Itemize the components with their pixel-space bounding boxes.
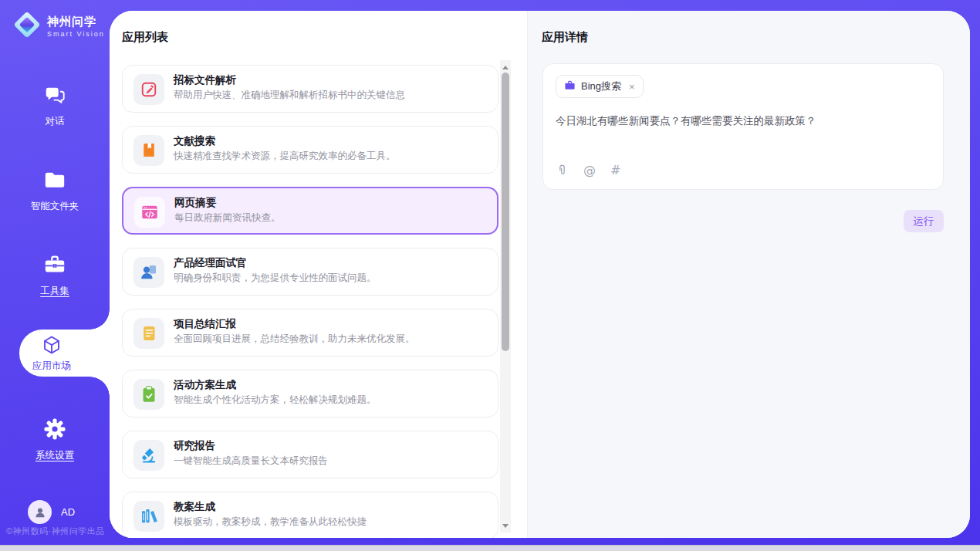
app-icon-box [133, 318, 164, 349]
app-card[interactable]: 网页摘要 每日政府新闻资讯快查。 [122, 187, 498, 235]
avatar[interactable] [28, 500, 52, 524]
app-card[interactable]: 文献搜索 快速精准查找学术资源，提高研究效率的必备工具。 [122, 126, 498, 174]
app-desc: 每日政府新闻资讯快查。 [174, 211, 488, 225]
app-icon-box [133, 440, 164, 471]
avatar-icon [33, 505, 47, 519]
briefcase-icon [564, 79, 576, 94]
app-name: 活动方案生成 [174, 377, 488, 393]
sidebar-item-label: 智能文件夹 [31, 200, 79, 213]
app-desc: 全面回顾项目进展，总结经验教训，助力未来优化发展。 [174, 332, 488, 346]
scroll-up-arrow-icon[interactable] [500, 62, 511, 73]
scrollbar-thumb[interactable] [502, 73, 509, 351]
microscope-icon [140, 446, 158, 465]
brand-logo: 神州问学 Smart Vision [12, 10, 105, 42]
interviewer-icon [140, 263, 158, 282]
prompt-toolbar: @ # [556, 163, 620, 177]
app-card[interactable]: 教案生成 模板驱动，教案秒成，教学准备从此轻松快捷 [122, 492, 498, 538]
app-icon-box [133, 501, 164, 532]
user-row: AD [28, 500, 75, 524]
app-icon-box [134, 197, 165, 228]
app-name: 网页摘要 [174, 195, 488, 211]
app-desc: 帮助用户快速、准确地理解和解析招标书中的关键信息 [174, 88, 488, 103]
cube-icon [42, 335, 62, 355]
notes-icon [140, 324, 158, 343]
app-name: 文献搜索 [174, 134, 488, 149]
app-detail-panel: 应用详情 Bing搜索 × 今日湖北有哪些新闻要点？有哪些需要关注的最新政策？ [527, 11, 970, 538]
sidebar-item-label: 应用市场 [19, 360, 84, 373]
clipboard-check-icon [140, 385, 158, 404]
app-icon-box [133, 74, 164, 105]
app-detail-title: 应用详情 [542, 30, 588, 45]
browser-code-icon [140, 203, 159, 221]
tool-tag-label: Bing搜索 [581, 79, 621, 93]
app-card[interactable]: 产品经理面试官 明确身份和职责，为您提供专业性的面试问题。 [122, 248, 498, 296]
sidebar-item-toolset[interactable]: 工具集 [0, 253, 110, 298]
app-card-list: 招标文件解析 帮助用户快速、准确地理解和解析招标书中的关键信息 文献搜索 快速精… [122, 65, 498, 538]
prompt-card[interactable]: Bing搜索 × 今日湖北有哪些新闻要点？有哪些需要关注的最新政策？ @ # [542, 63, 944, 190]
app-list-title: 应用列表 [122, 30, 168, 45]
brand-name: 神州问学 [47, 15, 105, 29]
gear-icon [43, 417, 66, 444]
mention-icon[interactable]: @ [583, 163, 596, 177]
main-content: 应用列表 招标文件解析 帮助用户快速、准确地理解和解析招标书中的关键信息 文献搜… [110, 11, 970, 538]
app-card[interactable]: 招标文件解析 帮助用户快速、准确地理解和解析招标书中的关键信息 [122, 65, 498, 113]
app-desc: 一键智能生成高质量长文本研究报告 [174, 454, 488, 468]
sidebar-item-label: 对话 [46, 115, 65, 128]
app-list-panel: 应用列表 招标文件解析 帮助用户快速、准确地理解和解析招标书中的关键信息 文献搜… [110, 11, 527, 538]
prompt-text[interactable]: 今日湖北有哪些新闻要点？有哪些需要关注的最新政策？ [556, 113, 931, 129]
sidebar-item-settings[interactable]: 系统设置 [0, 417, 110, 462]
sidebar-item-label: 系统设置 [35, 449, 74, 462]
sidebar-item-smart-folder[interactable]: 智能文件夹 [0, 168, 110, 213]
hash-icon[interactable]: # [610, 163, 620, 177]
brand-subtitle: Smart Vision [47, 30, 105, 38]
sidebar-item-label: 工具集 [40, 285, 69, 298]
app-icon-box [133, 135, 164, 166]
app-name: 研究报告 [174, 438, 488, 454]
app-desc: 明确身份和职责，为您提供专业性的面试问题。 [174, 271, 488, 286]
chat-icon [43, 83, 66, 110]
attachment-icon[interactable] [556, 164, 569, 177]
toolbox-icon [43, 253, 66, 279]
app-name: 项目总结汇报 [174, 316, 488, 332]
books-icon [140, 507, 158, 526]
tool-tag-bing-search[interactable]: Bing搜索 × [556, 75, 644, 98]
brand-diamond-icon [12, 10, 42, 42]
app-icon-box [133, 379, 164, 410]
app-desc: 模板驱动，教案秒成，教学准备从此轻松快捷 [174, 515, 488, 529]
sidebar: 神州问学 Smart Vision 对话 智能文件夹 [0, 0, 110, 545]
app-name: 教案生成 [174, 499, 488, 515]
app-desc: 快速精准查找学术资源，提高研究效率的必备工具。 [174, 149, 488, 164]
app-desc: 智能生成个性化活动方案，轻松解决规划难题。 [174, 393, 488, 407]
sidebar-item-chat[interactable]: 对话 [0, 83, 110, 128]
app-name: 招标文件解析 [174, 73, 488, 88]
app-icon-box [133, 257, 164, 288]
scroll-down-arrow-icon[interactable] [500, 520, 511, 531]
scrollbar[interactable] [500, 60, 511, 532]
document-edit-icon [140, 80, 158, 99]
copyright-text: ©神州数码·神州问学出品 [6, 526, 105, 537]
app-card[interactable]: 活动方案生成 智能生成个性化活动方案，轻松解决规划难题。 [122, 370, 498, 417]
close-icon[interactable]: × [629, 82, 635, 92]
folder-icon [43, 168, 66, 194]
app-name: 产品经理面试官 [174, 255, 488, 271]
bottom-strip [0, 545, 980, 551]
app-card[interactable]: 项目总结汇报 全面回顾项目进展，总结经验教训，助力未来优化发展。 [122, 309, 498, 357]
user-name: AD [61, 506, 75, 518]
app-card[interactable]: 研究报告 一键智能生成高质量长文本研究报告 [122, 431, 498, 478]
run-button[interactable]: 运行 [904, 210, 944, 232]
book-icon [140, 141, 158, 160]
sidebar-item-app-market[interactable]: 应用市场 [19, 330, 110, 377]
